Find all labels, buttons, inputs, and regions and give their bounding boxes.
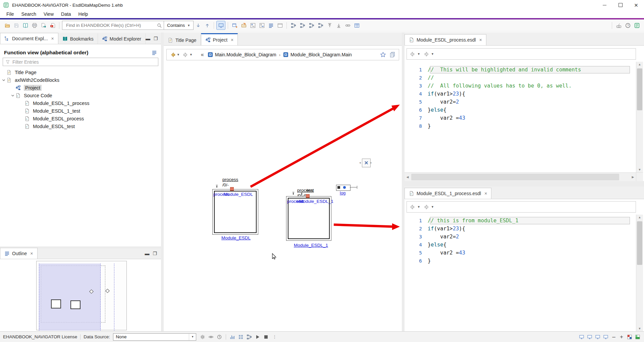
arrow-up-icon[interactable] <box>203 21 211 30</box>
code-line-4[interactable]: 4if(var1>23){ <box>405 90 636 98</box>
chevron-down-icon[interactable] <box>1 78 6 82</box>
perspective-green-icon[interactable] <box>634 334 641 340</box>
log-block[interactable] <box>336 185 351 191</box>
layout-4-icon[interactable] <box>602 334 609 340</box>
log-caption[interactable]: log <box>340 190 345 195</box>
menu-data[interactable]: Data <box>57 10 75 18</box>
zoom-in-button[interactable]: + <box>619 334 625 340</box>
layout-1-icon[interactable] <box>578 334 585 340</box>
export-page-icon[interactable] <box>39 21 48 30</box>
code-line-2[interactable]: 2if(var1>23){ <box>405 225 636 233</box>
table-view-icon[interactable] <box>353 21 361 30</box>
code-line-3[interactable]: 3// All following values has to be 0, as… <box>405 82 636 90</box>
editor2-code[interactable]: 1// this is from module_ESDL_12if(var1>2… <box>405 215 636 331</box>
minimize-button[interactable] <box>597 0 612 10</box>
flow-export-icon[interactable] <box>307 21 316 30</box>
close-tab-icon[interactable]: × <box>484 191 487 196</box>
menu-search[interactable]: Search <box>18 10 40 18</box>
code-line-6[interactable]: 6}else{ <box>405 106 636 114</box>
menu-help[interactable]: Help <box>75 10 92 18</box>
maximize-view-icon[interactable]: ❐ <box>154 36 158 41</box>
help-icon[interactable]: ? <box>624 21 632 30</box>
splitter-left-center[interactable] <box>161 32 164 331</box>
breadcrumb-collapse-icon[interactable]: « <box>201 52 204 58</box>
diagram-view-icon[interactable] <box>246 334 253 340</box>
close-tab-icon[interactable]: × <box>479 37 482 43</box>
editor-splitter[interactable] <box>405 181 644 186</box>
editor-forward-dropdown-icon[interactable]: ▼ <box>431 52 434 56</box>
diagram-settings-icon[interactable] <box>249 21 257 30</box>
block-module-esdl[interactable]: process Module_ESDL <box>212 189 258 235</box>
tree-item-project[interactable]: Project <box>0 84 160 92</box>
arrow-down-icon[interactable] <box>194 21 202 30</box>
block1-caption[interactable]: Module_ESDL <box>221 235 251 240</box>
print-icon[interactable] <box>30 21 39 30</box>
block2-caption[interactable]: Module_ESDL_1 <box>294 243 328 248</box>
new-window-icon[interactable] <box>230 21 239 30</box>
tab-outline[interactable]: Outline× <box>0 248 38 259</box>
keyboard-icon[interactable] <box>614 21 623 30</box>
search-input[interactable] <box>65 22 157 28</box>
flow-broken-icon[interactable] <box>316 21 325 30</box>
code-line-5[interactable]: 5 var2=2 <box>405 98 636 106</box>
layout-3-icon[interactable] <box>594 334 601 340</box>
view-menu-icon[interactable] <box>152 50 157 55</box>
diagram-canvas[interactable]: process /0/- process Module_ESDL Module_… <box>164 62 402 331</box>
close-tab-icon[interactable]: × <box>231 37 233 43</box>
editor-back-icon[interactable] <box>410 51 416 57</box>
outline-preview[interactable] <box>0 259 161 331</box>
editor-back-dropdown-icon[interactable]: ▼ <box>417 52 420 56</box>
diagram-settings-2-icon[interactable] <box>258 21 266 30</box>
zoom-out-button[interactable]: – <box>611 334 617 340</box>
block1-port-marker[interactable] <box>230 187 234 191</box>
stop-icon[interactable] <box>263 334 269 340</box>
layout-2-icon[interactable] <box>586 334 593 340</box>
editor2-vscrollbar[interactable]: ▲ ▼ <box>636 215 643 331</box>
datasource-combobox[interactable]: None ▼ <box>113 333 196 341</box>
editor-forward-icon[interactable] <box>424 51 430 57</box>
menu-file[interactable]: File <box>3 10 18 18</box>
tree-item-axlwith2codeblocks[interactable]: axlWith2CodeBlocks <box>0 76 160 84</box>
tab-module-esdl-process-esdl[interactable]: ‹›Module_ESDL_process.esdl× <box>405 34 486 45</box>
list-view-icon[interactable] <box>267 21 275 30</box>
block2-port-marker[interactable] <box>306 194 310 198</box>
nav-back-icon[interactable] <box>170 52 176 58</box>
grid-view-icon[interactable] <box>237 334 244 340</box>
editor1-vscrollbar[interactable]: ▲ ▼ <box>636 62 643 172</box>
block-module-esdl-1[interactable]: process test Module_ESDL_1 <box>286 196 331 241</box>
floating-delete-box[interactable]: ✕ <box>362 159 371 167</box>
editor-forward-icon[interactable] <box>424 204 430 210</box>
tree-item-source-code[interactable]: ‹›Source Code <box>0 92 160 99</box>
flow-branch-icon[interactable] <box>289 21 298 30</box>
code-line-8[interactable]: 8} <box>405 122 636 130</box>
code-line-2[interactable]: 2// <box>405 74 636 82</box>
tree-item-module-esdl-1-test[interactable]: ‹›Module_ESDL_1_test <box>0 107 160 115</box>
editor-back-dropdown-icon[interactable]: ▼ <box>417 205 420 209</box>
play-icon[interactable] <box>254 334 261 340</box>
maximize-view-icon[interactable]: ❐ <box>153 251 157 256</box>
link-chain-icon[interactable] <box>343 21 352 30</box>
breadcrumb-item[interactable]: Module_Block_Diagram.Main <box>290 52 352 57</box>
minimize-view-icon[interactable]: ▬ <box>145 251 149 256</box>
close-tab-icon[interactable]: × <box>51 36 54 41</box>
nav-forward-icon[interactable] <box>183 52 189 58</box>
editor-back-icon[interactable] <box>410 204 416 210</box>
favorite-star-icon[interactable] <box>380 52 386 58</box>
screenshot-icon[interactable] <box>216 21 225 30</box>
editor1-code[interactable]: 1// This will be highlighted and invalid… <box>405 62 636 172</box>
window-view-icon[interactable] <box>276 21 284 30</box>
nav-back-dropdown-icon[interactable]: ▼ <box>177 53 180 56</box>
close-tab-icon[interactable]: × <box>30 251 33 256</box>
code-line-1[interactable]: 1// this is from module_ESDL_1 <box>405 217 636 225</box>
menu-view[interactable]: View <box>40 10 57 18</box>
code-line-4[interactable]: 4}else{ <box>405 241 636 249</box>
overflow-icon[interactable]: ⋮ <box>272 334 277 339</box>
code-line-1[interactable]: 1// This will be highlighted and invalid… <box>405 66 636 74</box>
refresh-clock-icon[interactable] <box>216 334 223 340</box>
code-line-3[interactable]: 3 var2=2 <box>405 233 636 241</box>
datasource-dropdown-icon[interactable]: ▼ <box>189 334 196 340</box>
splitter-center-right[interactable] <box>402 32 405 331</box>
tree-item-module-esdl-1-process[interactable]: ‹›Module_ESDL_1_process <box>0 99 160 107</box>
memory-chart-icon[interactable] <box>229 334 236 340</box>
tab-bookmarks[interactable]: Bookmarks <box>58 34 98 44</box>
